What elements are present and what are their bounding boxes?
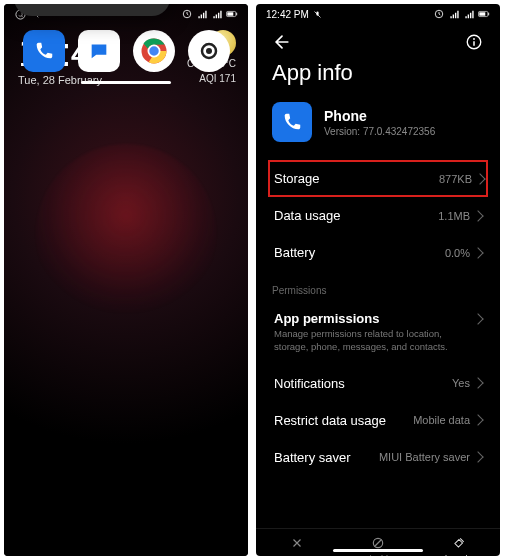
weather-aqi: AQI 171: [199, 73, 236, 86]
clear-data-label: Clear data: [439, 554, 481, 556]
chevron-right-icon: [474, 173, 485, 184]
broom-icon: [451, 535, 467, 551]
nav-handle[interactable]: [333, 549, 423, 552]
storage-row[interactable]: Storage 877KB: [268, 160, 488, 197]
battery-icon: [478, 8, 490, 20]
screen-time-popup: Screen time 4h 27m App info: [14, 4, 170, 16]
battery-label: Battery: [274, 245, 315, 260]
dock-chrome[interactable]: [126, 30, 181, 72]
battery-value: 0.0%: [445, 247, 470, 259]
svg-rect-22: [479, 12, 485, 15]
signal-icon-2: [463, 8, 475, 20]
phone-app-icon: [272, 102, 312, 142]
dock: [4, 30, 248, 72]
battery-row[interactable]: Battery 0.0%: [272, 234, 484, 271]
close-icon: [289, 535, 305, 551]
data-usage-value: 1.1MB: [438, 210, 470, 222]
notifications-label: Notifications: [274, 376, 345, 391]
chevron-right-icon: [472, 451, 483, 462]
chevron-right-icon: [472, 247, 483, 258]
notifications-row[interactable]: Notifications Yes: [272, 365, 484, 402]
permissions-section-label: Permissions: [272, 285, 484, 296]
battery-saver-row[interactable]: Battery saver MIUI Battery saver: [272, 439, 484, 476]
svg-rect-5: [236, 13, 237, 16]
battery-icon: [226, 8, 238, 20]
chevron-right-icon: [472, 210, 483, 221]
app-permissions-row[interactable]: App permissions Manage permissions relat…: [272, 300, 484, 365]
disable-button[interactable]: Disable: [337, 535, 418, 556]
clear-data-button[interactable]: Clear data: [419, 535, 500, 556]
svg-rect-6: [227, 12, 233, 15]
restrict-data-label: Restrict data usage: [274, 413, 386, 428]
app-permissions-label: App permissions: [274, 311, 474, 326]
dock-phone[interactable]: [16, 30, 71, 72]
dock-messages[interactable]: [71, 30, 126, 72]
chevron-right-icon: [472, 313, 483, 324]
notifications-value: Yes: [452, 377, 470, 389]
app-permissions-desc: Manage permissions related to location, …: [274, 328, 474, 354]
restrict-data-row[interactable]: Restrict data usage Mobile data: [272, 402, 484, 439]
signal-icon: [196, 8, 208, 20]
svg-point-16: [206, 48, 212, 54]
mic-off-icon: [312, 8, 324, 20]
nav-handle[interactable]: [81, 81, 171, 84]
storage-label: Storage: [274, 171, 320, 186]
home-screen: •• 12:42 Tue, 28 February: [4, 4, 248, 556]
statusbar: 12:42 PM: [256, 4, 500, 22]
app-name: Phone: [324, 108, 435, 124]
app-header: Phone Version: 77.0.432472356: [272, 102, 484, 142]
svg-line-27: [374, 540, 381, 547]
svg-point-25: [473, 38, 475, 40]
app-info-screen: 12:42 PM App info Phon: [256, 4, 500, 556]
data-usage-label: Data usage: [274, 208, 341, 223]
battery-saver-value: MIUI Battery saver: [379, 451, 470, 463]
storage-value: 877KB: [439, 173, 472, 185]
disable-label: Disable: [363, 554, 393, 556]
clock-icon: [433, 8, 445, 20]
svg-rect-21: [488, 13, 489, 16]
battery-saver-label: Battery saver: [274, 450, 351, 465]
chevron-right-icon: [472, 377, 483, 388]
statusbar-time: 12:42 PM: [266, 9, 309, 20]
dock-camera[interactable]: [181, 30, 236, 72]
chevron-right-icon: [472, 414, 483, 425]
force-stop-button[interactable]: Force stop: [256, 535, 337, 556]
restrict-data-value: Mobile data: [413, 414, 470, 426]
data-usage-row[interactable]: Data usage 1.1MB: [272, 197, 484, 234]
clock-icon: [181, 8, 193, 20]
back-button[interactable]: [272, 32, 292, 52]
info-icon[interactable]: [464, 32, 484, 52]
signal-icon-2: [211, 8, 223, 20]
force-stop-label: Force stop: [275, 554, 318, 556]
signal-icon: [448, 8, 460, 20]
app-version: Version: 77.0.432472356: [324, 126, 435, 137]
page-title: App info: [272, 60, 484, 86]
